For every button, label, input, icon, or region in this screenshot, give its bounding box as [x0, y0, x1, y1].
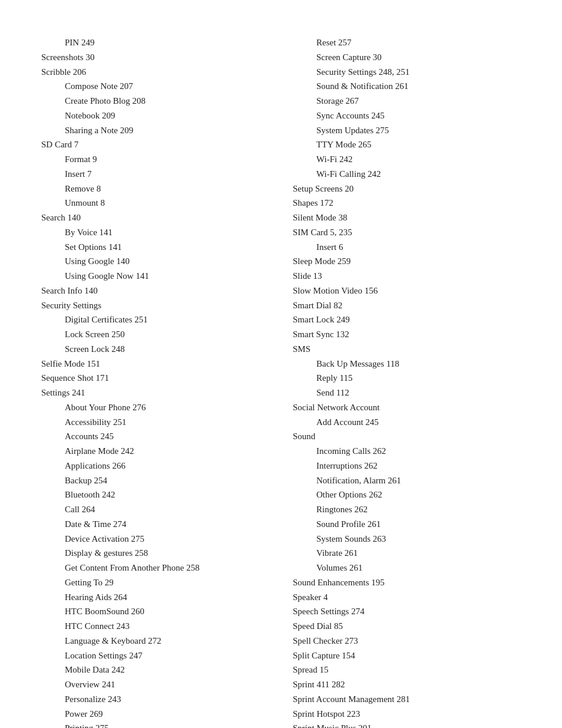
index-entry: Ringtones 262 — [293, 502, 521, 517]
index-entry: Volumes 261 — [293, 561, 521, 575]
index-entry: Using Google 140 — [41, 254, 269, 269]
index-entry: Set Options 141 — [41, 240, 269, 255]
index-entry: Smart Dial 82 — [293, 298, 521, 313]
index-entry: Reply 115 — [293, 371, 521, 386]
index-entry: Storage 267 — [293, 94, 521, 108]
index-entry: Mobile Data 242 — [41, 663, 269, 677]
index-entry: Speed Dial 85 — [293, 619, 521, 634]
index-entry: Remove 8 — [41, 182, 269, 196]
index-entry: Get Content From Another Phone 258 — [41, 561, 269, 575]
index-entry: Language & Keyboard 272 — [41, 634, 269, 648]
index-entry: Split Capture 154 — [293, 648, 521, 663]
index-entry: Digital Certificates 251 — [41, 312, 269, 327]
index-entry: Date & Time 274 — [41, 517, 269, 532]
index-entry: Add Account 245 — [293, 415, 521, 430]
index-entry: Screen Capture 30 — [293, 50, 521, 65]
index-entry: Screen Lock 248 — [41, 342, 269, 357]
index-columns: PIN 249Screenshots 30Scribble 206Compose… — [41, 35, 521, 728]
index-entry: Social Network Account — [293, 400, 521, 415]
index-entry: SIM Card 5, 235 — [293, 225, 521, 240]
index-entry: Speech Settings 274 — [293, 604, 521, 619]
index-entry: Sprint Account Management 281 — [293, 692, 521, 707]
index-entry: Send 112 — [293, 386, 521, 400]
index-entry: Applications 266 — [41, 459, 269, 473]
index-entry: Backup 254 — [41, 473, 269, 488]
index-entry: PIN 249 — [41, 35, 269, 50]
index-entry: Back Up Messages 118 — [293, 357, 521, 371]
index-entry: Getting To 29 — [41, 575, 269, 590]
index-entry: Call 264 — [41, 502, 269, 517]
index-entry: Device Activation 275 — [41, 532, 269, 546]
index-entry: HTC Connect 243 — [41, 619, 269, 634]
index-entry: System Sounds 263 — [293, 532, 521, 546]
index-entry: Search Info 140 — [41, 284, 269, 298]
index-entry: Screenshots 30 — [41, 50, 269, 65]
index-entry: Spread 15 — [293, 663, 521, 677]
index-entry: Security Settings — [41, 298, 269, 313]
index-entry: Compose Note 207 — [41, 79, 269, 94]
index-entry: By Voice 141 — [41, 225, 269, 240]
index-entry: Sprint Music Plus 201 — [293, 721, 521, 728]
index-entry: Sharing a Note 209 — [41, 123, 269, 138]
index-entry: Unmount 8 — [41, 196, 269, 210]
index-entry: Reset 257 — [293, 35, 521, 50]
index-entry: Location Settings 247 — [41, 648, 269, 663]
index-entry: Airplane Mode 242 — [41, 444, 269, 459]
index-entry: Slow Motion Video 156 — [293, 284, 521, 298]
index-entry: Wi-Fi 242 — [293, 152, 521, 167]
index-entry: Other Options 262 — [293, 487, 521, 502]
index-entry: Sequence Shot 171 — [41, 371, 269, 386]
index-entry: Overview 241 — [41, 677, 269, 692]
index-entry: Sleep Mode 259 — [293, 254, 521, 269]
index-entry: System Updates 275 — [293, 123, 521, 138]
index-entry: Search 140 — [41, 210, 269, 225]
index-entry: Sound — [293, 429, 521, 444]
index-entry: Lock Screen 250 — [41, 327, 269, 342]
index-entry: Silent Mode 38 — [293, 210, 521, 225]
index-entry: Personalize 243 — [41, 692, 269, 707]
index-entry: Scribble 206 — [41, 65, 269, 80]
index-entry: Sync Accounts 245 — [293, 108, 521, 123]
index-entry: Security Settings 248, 251 — [293, 65, 521, 80]
left-column: PIN 249Screenshots 30Scribble 206Compose… — [41, 35, 269, 728]
index-entry: Using Google Now 141 — [41, 269, 269, 284]
index-entry: Selfie Mode 151 — [41, 357, 269, 371]
index-entry: Accessibility 251 — [41, 415, 269, 430]
index-entry: Create Photo Blog 208 — [41, 94, 269, 108]
index-entry: Printing 275 — [41, 721, 269, 728]
index-entry: Incoming Calls 262 — [293, 444, 521, 459]
index-entry: Sound Enhancements 195 — [293, 575, 521, 590]
index-entry: Interruptions 262 — [293, 459, 521, 473]
index-entry: Sprint Hotspot 223 — [293, 707, 521, 722]
index-entry: TTY Mode 265 — [293, 137, 521, 152]
index-entry: Power 269 — [41, 707, 269, 722]
index-entry: Spell Checker 273 — [293, 634, 521, 648]
index-entry: Wi-Fi Calling 242 — [293, 167, 521, 182]
index-entry: Settings 241 — [41, 386, 269, 400]
index-entry: Notification, Alarm 261 — [293, 473, 521, 488]
index-entry: Insert 6 — [293, 240, 521, 255]
index-entry: Speaker 4 — [293, 590, 521, 605]
index-entry: Vibrate 261 — [293, 546, 521, 561]
index-entry: Sound Profile 261 — [293, 517, 521, 532]
index-entry: Insert 7 — [41, 167, 269, 182]
index-entry: Smart Sync 132 — [293, 327, 521, 342]
right-column: Reset 257Screen Capture 30Security Setti… — [293, 35, 521, 728]
index-entry: Accounts 245 — [41, 429, 269, 444]
index-entry: SMS — [293, 342, 521, 357]
index-entry: Slide 13 — [293, 269, 521, 284]
index-entry: Shapes 172 — [293, 196, 521, 210]
index-entry: Bluetooth 242 — [41, 487, 269, 502]
index-entry: Display & gestures 258 — [41, 546, 269, 561]
index-entry: Smart Lock 249 — [293, 312, 521, 327]
index-entry: Sound & Notification 261 — [293, 79, 521, 94]
index-entry: Sprint 411 282 — [293, 677, 521, 692]
index-entry: SD Card 7 — [41, 137, 269, 152]
index-entry: HTC BoomSound 260 — [41, 604, 269, 619]
index-entry: Format 9 — [41, 152, 269, 167]
index-entry: About Your Phone 276 — [41, 400, 269, 415]
index-entry: Setup Screens 20 — [293, 182, 521, 196]
index-entry: Notebook 209 — [41, 108, 269, 123]
index-entry: Hearing Aids 264 — [41, 590, 269, 605]
page: PIN 249Screenshots 30Scribble 206Compose… — [0, 0, 562, 728]
